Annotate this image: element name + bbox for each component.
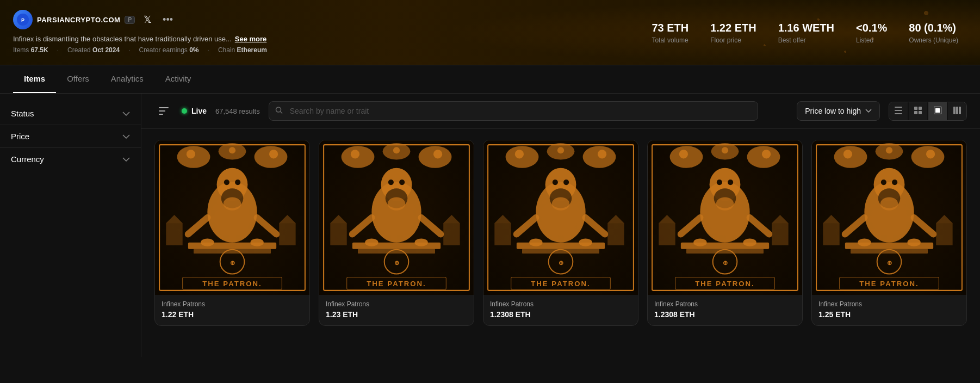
svg-point-108	[679, 150, 688, 158]
list-view-button[interactable]	[889, 102, 908, 120]
stat-label: Listed	[856, 36, 873, 44]
hero-stats: 73 ETH Total volume 1.22 ETH Floor price…	[652, 21, 958, 44]
nft-image: ⊕ THE PATRON.	[319, 140, 474, 295]
nft-price: 1.2308 ETH	[654, 310, 796, 319]
svg-rect-17	[956, 107, 958, 114]
tab-offers[interactable]: Offers	[56, 65, 100, 93]
nft-image: ⊕ THE PATRON.	[648, 140, 802, 295]
stat-item: <0.1% Listed	[856, 21, 887, 44]
svg-point-5	[276, 107, 281, 112]
svg-rect-13	[919, 111, 922, 114]
nft-card[interactable]: ⊕ THE PATRON. Infinex Patrons 1.23 ETH	[319, 140, 474, 326]
svg-point-58	[388, 197, 405, 210]
svg-rect-12	[914, 111, 917, 114]
see-more-link[interactable]: See more	[235, 35, 267, 43]
stat-item: 1.22 ETH Floor price	[710, 21, 756, 44]
grid-large-button[interactable]	[928, 102, 947, 120]
svg-rect-8	[895, 110, 902, 111]
svg-line-6	[280, 112, 282, 114]
svg-point-31	[224, 180, 230, 185]
chevron-icon	[122, 134, 130, 139]
live-dot	[182, 108, 187, 114]
svg-text:⊕: ⊕	[723, 260, 728, 266]
meta-created: Created Oct 2024	[67, 46, 120, 54]
svg-point-86	[552, 197, 569, 210]
svg-text:P: P	[21, 17, 24, 23]
svg-rect-97	[494, 223, 511, 245]
site-badge: P	[125, 16, 135, 24]
svg-rect-99	[607, 223, 624, 245]
nft-card[interactable]: ⊕ THE PATRON. Infinex Patrons 1.2308 ETH	[483, 140, 638, 326]
stat-label: Total volume	[652, 36, 688, 44]
svg-rect-125	[659, 223, 675, 245]
svg-point-88	[563, 180, 569, 185]
twitter-icon[interactable]: 𝕏	[141, 11, 154, 28]
nft-price: 1.25 ETH	[818, 310, 960, 319]
nft-info: Infinex Patrons 1.2308 ETH	[483, 295, 638, 325]
grid-small-button[interactable]	[909, 102, 927, 120]
more-options-icon[interactable]: •••	[160, 12, 175, 28]
chevron-icon	[122, 157, 130, 162]
tab-items[interactable]: Items	[13, 65, 56, 93]
svg-point-122	[743, 239, 756, 246]
svg-rect-69	[330, 223, 346, 245]
stat-value: 73 ETH	[652, 21, 689, 34]
nft-card[interactable]: ⊕ THE PATRON. Infinex Patrons 1.22 ETH	[154, 140, 310, 326]
nft-price: 1.22 ETH	[162, 310, 303, 319]
nft-collection: Infinex Patrons	[326, 300, 467, 308]
hero-section: P PARSIANCRYPTO.COM P 𝕏 ••• Infinex is d…	[0, 0, 980, 65]
filter-section-price[interactable]: Price	[0, 125, 141, 148]
tab-analytics[interactable]: Analytics	[100, 65, 154, 93]
filter-section-currency[interactable]: Currency	[0, 148, 141, 170]
svg-point-121	[693, 239, 706, 246]
meta-chain: Chain Ethereum	[218, 46, 267, 54]
nft-image: ⊕ THE PATRON.	[812, 140, 966, 295]
sort-dropdown[interactable]: Price low to high	[797, 101, 880, 121]
svg-point-82	[598, 150, 606, 158]
grid-col-button[interactable]	[948, 102, 966, 120]
stat-item: 73 ETH Total volume	[652, 21, 689, 44]
nft-image: ⊕ THE PATRON.	[483, 140, 638, 295]
chevron-icon	[122, 112, 130, 116]
svg-point-138	[926, 150, 935, 158]
nft-info: Infinex Patrons 1.25 ETH	[812, 295, 966, 325]
svg-point-110	[762, 150, 771, 158]
svg-text:⊕: ⊕	[230, 260, 235, 266]
svg-point-60	[399, 180, 405, 185]
svg-rect-43	[279, 223, 295, 245]
svg-rect-2	[159, 107, 169, 108]
svg-text:THE PATRON.: THE PATRON.	[859, 280, 919, 288]
svg-point-81	[557, 147, 564, 153]
logo-icon: P	[13, 10, 33, 29]
nft-info: Infinex Patrons 1.2308 ETH	[648, 295, 802, 325]
nft-collection: Infinex Patrons	[162, 300, 303, 308]
svg-rect-15	[935, 108, 940, 113]
svg-point-93	[529, 239, 542, 246]
live-indicator: Live	[182, 107, 207, 115]
nft-card[interactable]: ⊕ THE PATRON. Infinex Patrons 1.2308 ETH	[647, 140, 803, 326]
search-input[interactable]	[269, 101, 758, 121]
svg-point-143	[881, 180, 886, 185]
svg-text:THE PATRON.: THE PATRON.	[531, 280, 591, 288]
svg-point-142	[880, 197, 898, 210]
content-area: ⊕ THE PATRON. Infinex Patrons 1.22 ETH	[141, 129, 980, 357]
nft-card[interactable]: ⊕ THE PATRON. Infinex Patrons 1.25 ETH	[811, 140, 967, 326]
svg-rect-16	[953, 107, 956, 114]
filter-toggle-button[interactable]	[154, 104, 173, 118]
svg-rect-71	[443, 223, 460, 245]
svg-rect-153	[823, 223, 839, 245]
svg-rect-127	[772, 223, 788, 245]
svg-text:⊕: ⊕	[559, 260, 563, 266]
tab-activity[interactable]: Activity	[154, 65, 202, 93]
nft-collection: Infinex Patrons	[490, 300, 631, 308]
nft-info: Infinex Patrons 1.23 ETH	[319, 295, 474, 325]
svg-point-94	[579, 239, 592, 246]
tabs-bar: ItemsOffersAnalyticsActivity	[0, 65, 980, 94]
stat-item: 80 (0.1%) Owners (Unique)	[909, 21, 958, 44]
filter-label: Status	[11, 109, 34, 118]
svg-point-137	[886, 147, 892, 153]
filter-section-status[interactable]: Status	[0, 102, 141, 125]
svg-point-24	[187, 150, 195, 158]
filter-label: Currency	[11, 155, 44, 164]
svg-point-144	[892, 180, 897, 185]
